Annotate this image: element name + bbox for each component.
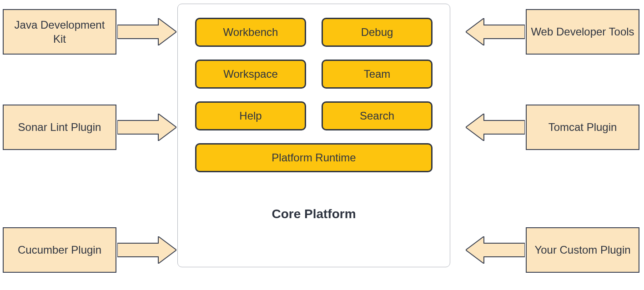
arrow-left-icon bbox=[466, 114, 525, 141]
core-module-label: Search bbox=[360, 110, 394, 122]
core-module-label: Team bbox=[364, 68, 391, 80]
plugin-label: Web Developer Tools bbox=[531, 25, 634, 39]
core-module-label: Platform Runtime bbox=[272, 151, 356, 164]
plugin-label: Java Development Kit bbox=[7, 18, 112, 46]
arrow-left-icon bbox=[466, 18, 525, 45]
core-module-runtime: Platform Runtime bbox=[195, 143, 433, 172]
core-module-team: Team bbox=[322, 60, 433, 89]
plugin-box-cucumber: Cucumber Plugin bbox=[3, 227, 116, 273]
core-module-workspace: Workspace bbox=[195, 60, 306, 89]
core-module-label: Workbench bbox=[223, 26, 278, 39]
core-module-label: Debug bbox=[361, 26, 393, 39]
plugin-box-custom: Your Custom Plugin bbox=[526, 227, 639, 273]
plugin-label: Cucumber Plugin bbox=[18, 243, 101, 257]
core-module-help: Help bbox=[195, 101, 306, 130]
arrow-right-icon bbox=[117, 236, 176, 264]
plugin-label: Your Custom Plugin bbox=[534, 243, 630, 257]
core-platform-title: Core Platform bbox=[195, 207, 433, 221]
plugin-label: Tomcat Plugin bbox=[548, 120, 617, 134]
core-module-search: Search bbox=[322, 101, 433, 130]
plugin-box-webdev: Web Developer Tools bbox=[526, 9, 639, 55]
arrow-left-icon bbox=[466, 236, 525, 264]
core-modules-grid: Workbench Debug Workspace Team Help Sear… bbox=[195, 18, 433, 130]
core-module-label: Help bbox=[239, 110, 262, 122]
core-module-workbench: Workbench bbox=[195, 18, 306, 47]
core-module-label: Workspace bbox=[223, 68, 278, 80]
core-module-debug: Debug bbox=[322, 18, 433, 47]
plugin-box-jdk: Java Development Kit bbox=[3, 9, 116, 55]
arrow-right-icon bbox=[117, 18, 176, 45]
plugin-box-sonarlint: Sonar Lint Plugin bbox=[3, 105, 116, 150]
plugin-box-tomcat: Tomcat Plugin bbox=[526, 105, 639, 150]
arrow-right-icon bbox=[117, 114, 176, 141]
plugin-label: Sonar Lint Plugin bbox=[18, 120, 101, 134]
core-platform-container: Workbench Debug Workspace Team Help Sear… bbox=[177, 4, 450, 267]
